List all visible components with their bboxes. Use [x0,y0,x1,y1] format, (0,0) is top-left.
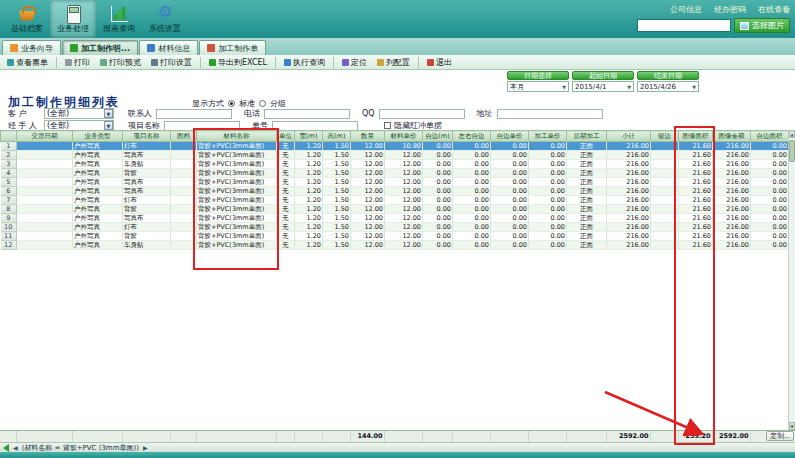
table-row[interactable]: 9户外写真写真布背胶+PVC(3mm单面)无1.201.5012.0012.00… [1,214,789,223]
nav-item-gear[interactable]: 系统设置 [142,0,188,38]
column-header-18[interactable]: 图像面积 [679,131,713,142]
table-row[interactable]: 1户外写真灯布背胶+PVC(3mm单面)无1.201.5012.0010.900… [1,142,789,151]
radio-standard[interactable] [228,100,235,107]
toolbar-button-0[interactable]: 查看票单 [3,56,52,69]
table-row[interactable]: 4户外写真背胶背胶+PVC(3mm单面)无1.201.5012.0012.000… [1,169,789,178]
scroll-up-icon[interactable]: ▲ [789,130,795,138]
column-header-13[interactable]: 自边单价 [491,131,529,142]
table-row[interactable]: 7户外写真灯布背胶+PVC(3mm单面)无1.201.5012.0012.000… [1,196,789,205]
column-header-19[interactable]: 图像金额 [713,131,751,142]
date-filter-button-2[interactable]: 结束日期 [637,71,699,80]
table-row[interactable]: 5户外写真写真布背胶+PVC(3mm单面)无1.201.5012.0012.00… [1,178,789,187]
tab-1[interactable]: 加工制作明... [62,40,138,55]
column-header-5[interactable]: 材料名称 [197,131,277,142]
toolbar-button-3[interactable]: 打印设置 [147,56,196,69]
table-row[interactable]: 3户外写真车身贴背胶+PVC(3mm单面)无1.201.5012.0012.00… [1,160,789,169]
nav-item-basket[interactable]: 基础档案 [4,0,50,38]
table-row[interactable]: 12户外写真车身贴背胶+PVC(3mm单面)无1.201.5012.0012.0… [1,241,789,250]
toolbar-button-2[interactable]: 打印预览 [96,56,145,69]
cell-side2: 0.00 [453,214,491,223]
column-header-6[interactable]: 单位 [277,131,295,142]
hide-red-checkbox[interactable] [384,122,391,129]
radio-grouped[interactable] [259,100,266,107]
cell-type: 户外写真 [73,142,123,151]
top-link-0[interactable]: 公司信息 [670,4,702,15]
tab-2[interactable]: 材料信息 [139,40,198,55]
customer-select[interactable]: (全部) ▼ [44,108,114,119]
phone-input[interactable] [264,109,350,119]
column-header-4[interactable]: 图档 [171,131,197,142]
column-header-3[interactable]: 项目名称 [123,131,171,142]
customize-button[interactable]: 定制... [766,431,794,441]
column-header-14[interactable]: 加工单价 [529,131,567,142]
cell-h: 1.50 [323,142,351,151]
column-header-7[interactable]: 宽(m) [295,131,323,142]
table-row[interactable]: 6户外写真写真布背胶+PVC(3mm单面)无1.201.5012.0012.00… [1,187,789,196]
total-cell-post [566,431,606,442]
toolbar-button-8[interactable]: 退出 [423,56,456,69]
grid-totals-row: 144.002592.00259.202592.000.00 [0,430,795,442]
toolbar-button-7[interactable]: 列配置 [373,56,414,69]
total-cell-h [322,431,350,442]
column-header-2[interactable]: 业务类型 [73,131,123,142]
image-search-input[interactable] [637,19,731,32]
column-header-11[interactable]: 自边(m) [423,131,453,142]
column-header-8[interactable]: 高(m) [323,131,351,142]
column-header-0[interactable] [1,131,17,142]
cell-img_amount: 216.00 [713,178,751,187]
top-link-2[interactable]: 在线查看 [758,4,790,15]
cell-proc_price: 0.00 [529,169,567,178]
cell-proc_price: 0.00 [529,142,567,151]
column-header-1[interactable]: 交货日期 [17,131,73,142]
qq-input[interactable] [379,109,465,119]
table-row[interactable]: 2户外写真写真布背胶+PVC(3mm单面)无1.201.5012.0012.00… [1,151,789,160]
table-row[interactable]: 10户外写真灯布背胶+PVC(3mm单面)无1.201.5012.0012.00… [1,223,789,232]
order-input[interactable] [272,121,358,131]
column-header-10[interactable]: 材料单价 [385,131,423,142]
pick-image-button[interactable]: 选择图片 [734,18,790,33]
back-arrow-icon[interactable] [3,444,9,452]
date-select-0[interactable]: 本月▼ [507,81,569,92]
toolbar-button-5[interactable]: 执行查询 [280,56,329,69]
scrollbar-thumb[interactable] [789,140,795,162]
cell-post: 正面 [567,160,607,169]
nav-prev-icon[interactable]: ◀ [13,444,18,451]
toolbar-button-4[interactable]: 导出到EXCEL [205,56,271,69]
toolbar-button-6[interactable]: 定位 [338,56,371,69]
column-header-15[interactable]: 后期加工 [567,131,607,142]
nav-item-chart[interactable]: 报表查询 [96,0,142,38]
cell-proc_price: 0.00 [529,241,567,250]
column-header-12[interactable]: 左右自边 [453,131,491,142]
top-link-1[interactable]: 经办密码 [714,4,746,15]
nav-next-icon[interactable]: ▶ [143,444,148,451]
cell-img_area: 21.60 [679,232,713,241]
cell-project: 背胶 [123,205,171,214]
vertical-scrollbar[interactable]: ▲ ▼ [788,130,795,430]
toolbar-icon [284,59,291,66]
project-input[interactable] [164,121,240,131]
tab-label: 业务向导 [21,43,53,54]
date-select-1[interactable]: 2015/4/1▼ [572,81,634,92]
contact-input[interactable] [156,109,232,119]
tab-0[interactable]: 业务向导 [2,40,61,55]
column-header-17[interactable]: 锯边 [651,131,679,142]
tab-3[interactable]: 加工制作单 [199,40,266,55]
column-header-9[interactable]: 数量 [351,131,385,142]
column-header-16[interactable]: 小计 [607,131,651,142]
toolbar-button-1[interactable]: 打印 [61,56,94,69]
table-row[interactable]: 11户外写真背胶背胶+PVC(3mm单面)无1.201.5012.0012.00… [1,232,789,241]
cell-unit: 无 [277,205,295,214]
date-filter-button-1[interactable]: 起始日期 [572,71,634,80]
cell-side_area: 0.00 [751,151,789,160]
address-input[interactable] [497,109,603,119]
table-row[interactable]: 8户外写真背胶背胶+PVC(3mm单面)无1.201.5012.0012.000… [1,205,789,214]
nav-item-calculator[interactable]: 业务处理 [50,0,96,38]
cell-project: 写真布 [123,178,171,187]
cell-img_amount: 216.00 [713,214,751,223]
cell-file [171,205,197,214]
column-header-20[interactable]: 自边面积 [751,131,789,142]
date-filter-button-0[interactable]: 日期选择 [507,71,569,80]
scroll-down-icon[interactable]: ▼ [789,422,795,430]
toolbar-separator [333,57,334,68]
date-select-2[interactable]: 2015/4/26▼ [637,81,699,92]
